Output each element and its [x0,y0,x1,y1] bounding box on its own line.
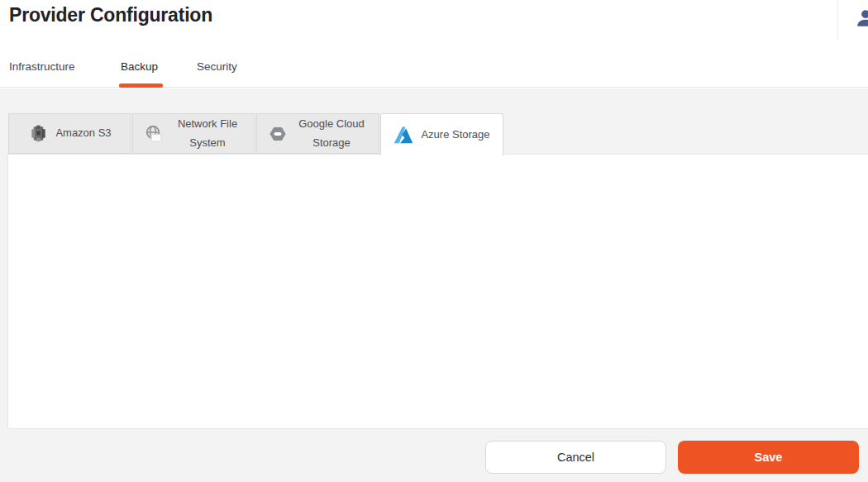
user-account-icon[interactable] [855,7,868,29]
tab-google-cloud-storage[interactable]: Google Cloud Storage [256,113,379,154]
tab-label: Amazon S3 [55,124,111,143]
save-button[interactable]: Save [678,441,859,474]
provider-form-card [7,154,868,429]
cancel-button[interactable]: Cancel [485,441,666,474]
azure-storage-icon [393,125,413,145]
tab-azure-storage[interactable]: Azure Storage [380,113,503,155]
active-tab-underline [119,84,163,88]
page-title: Provider Configuration [9,4,212,26]
nav-tab-infrastructure[interactable]: Infrastructure [9,60,75,73]
network-file-system-icon [144,124,164,144]
tab-label: Network File System [171,115,244,153]
provider-tabs: Amazon S3 Network File System Google Clo… [8,113,504,155]
amazon-s3-icon [28,124,48,144]
tab-network-file-system[interactable]: Network File System [132,113,255,154]
header-divider [837,0,838,40]
nav-tab-backup[interactable]: Backup [121,60,158,73]
tab-label: Google Cloud Storage [295,115,368,153]
primary-nav: Infrastructure Backup Security [0,50,868,88]
tab-amazon-s3[interactable]: Amazon S3 [8,113,131,154]
tab-label: Azure Storage [421,126,489,145]
nav-tab-security[interactable]: Security [197,60,237,73]
google-cloud-storage-icon [268,124,288,144]
